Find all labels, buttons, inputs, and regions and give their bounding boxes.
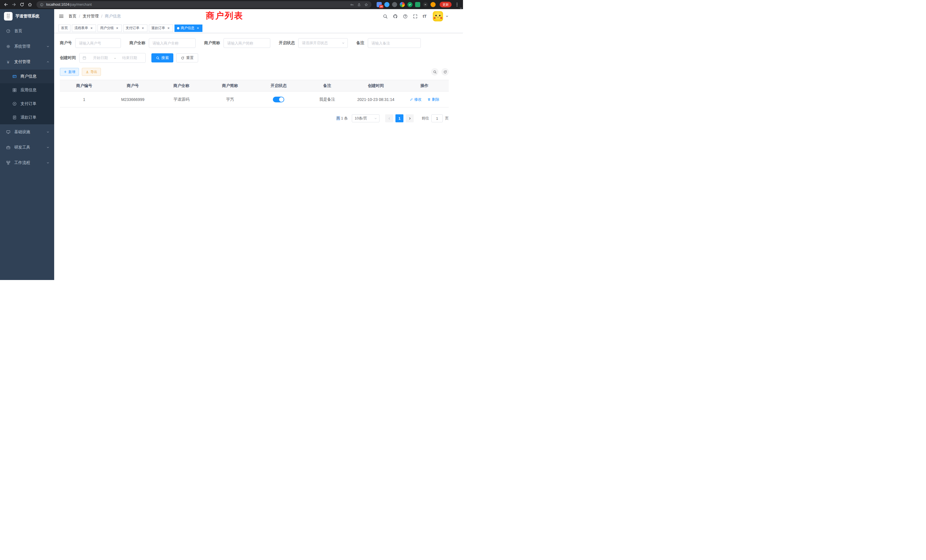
- tab-label: 退款订单: [151, 26, 165, 30]
- sidebar-logo[interactable]: 芋道管理系统: [0, 9, 54, 23]
- forward-icon[interactable]: [10, 1, 18, 8]
- sidebar-item-merchant-info[interactable]: 商户信息: [0, 70, 54, 83]
- hamburger-icon[interactable]: [59, 14, 64, 19]
- remark-input[interactable]: [368, 38, 421, 48]
- help-icon[interactable]: [403, 14, 408, 19]
- sidebar-item-label: 支付管理: [14, 59, 46, 64]
- edit-link-label: 修改: [414, 97, 422, 102]
- calendar-icon: [82, 56, 86, 60]
- breadcrumb-separator: /: [79, 14, 80, 18]
- dashboard-icon: [6, 29, 11, 34]
- extension-icon[interactable]: [415, 2, 420, 7]
- sidebar-item-dev-tools[interactable]: 研发工具: [0, 140, 54, 155]
- extension-icon[interactable]: [384, 2, 389, 7]
- close-icon[interactable]: ×: [115, 26, 119, 30]
- refresh-table-button[interactable]: [441, 68, 449, 76]
- goto-page-input[interactable]: [431, 114, 443, 122]
- sidebar-item-label: 支付订单: [21, 101, 50, 106]
- tab-home[interactable]: 首页: [59, 24, 70, 32]
- chevron-down-icon: [342, 41, 345, 45]
- key-icon[interactable]: [350, 3, 354, 6]
- goto-unit: 页: [445, 116, 449, 121]
- pagination: 共 1 条 10条/页 1 前往: [60, 114, 449, 122]
- search-button[interactable]: 搜索: [151, 53, 173, 62]
- next-page-button[interactable]: [406, 114, 414, 122]
- breadcrumb-payment[interactable]: 支付管理: [83, 14, 98, 19]
- short-name-input[interactable]: [224, 38, 270, 48]
- yen-icon: ¥: [6, 60, 11, 64]
- page-size-select[interactable]: 10条/页: [352, 114, 380, 122]
- header-actions: tT: [383, 11, 449, 21]
- caret-down-icon: [445, 15, 449, 18]
- sidebar-item-home[interactable]: 首页: [0, 23, 54, 39]
- user-menu[interactable]: [433, 11, 449, 21]
- bookmark-star-icon[interactable]: [365, 3, 368, 6]
- toggle-search-button[interactable]: [431, 68, 439, 76]
- address-bar[interactable]: localhost:1024/pay/merchant: [36, 1, 371, 8]
- cell-merchant-no: M233666999: [109, 92, 157, 107]
- breadcrumb-home[interactable]: 首页: [68, 14, 76, 19]
- tab-merchant-info[interactable]: 商户信息×: [174, 24, 203, 32]
- sidebar-item-label: 退款订单: [21, 115, 50, 120]
- pagination-total: 共 1 条: [336, 116, 348, 121]
- close-icon[interactable]: ×: [89, 26, 94, 30]
- merchant-no-input[interactable]: [75, 38, 121, 48]
- delete-link[interactable]: 删除: [427, 97, 439, 102]
- date-range-picker[interactable]: 开始日期 - 结束日期: [79, 53, 146, 63]
- status-toggle[interactable]: [273, 97, 284, 102]
- github-icon[interactable]: [393, 14, 398, 19]
- tab-pay-order[interactable]: 支付订单×: [123, 24, 147, 32]
- add-button[interactable]: 新增: [60, 68, 79, 76]
- date-start-placeholder[interactable]: 开始日期: [88, 55, 113, 61]
- extension-icon[interactable]: [392, 2, 397, 7]
- tab-label: 流程表单: [74, 26, 88, 30]
- column-header-remark: 备注: [303, 80, 352, 92]
- date-end-placeholder[interactable]: 结束日期: [117, 55, 142, 61]
- reset-button[interactable]: 重置: [176, 53, 198, 62]
- chevron-down-icon: [46, 45, 50, 48]
- font-size-icon[interactable]: tT: [423, 14, 427, 18]
- share-icon[interactable]: [357, 3, 361, 6]
- status-select[interactable]: 请选择开启状态: [298, 38, 348, 48]
- cell-short-name: 芋艿: [206, 92, 254, 107]
- home-icon[interactable]: [26, 1, 34, 8]
- sidebar-item-pay-order[interactable]: 支付订单: [0, 97, 54, 110]
- tab-user-group[interactable]: 用户分组×: [97, 24, 122, 32]
- close-icon[interactable]: ×: [141, 26, 145, 30]
- refresh-icon[interactable]: [18, 1, 26, 8]
- chevron-down-icon: [46, 146, 50, 149]
- close-icon[interactable]: ×: [196, 26, 200, 30]
- sidebar-item-system[interactable]: 系统管理: [0, 39, 54, 54]
- sidebar-item-infrastructure[interactable]: 基础设施: [0, 124, 54, 140]
- sidebar-item-workflow[interactable]: 工作流程: [0, 155, 54, 171]
- url-path: /pay/merchant: [69, 3, 92, 6]
- toolbar-caret-icon[interactable]: [459, 6, 462, 11]
- extension-icon[interactable]: [400, 2, 405, 7]
- full-name-input[interactable]: [149, 38, 195, 48]
- update-button[interactable]: 更新: [440, 2, 452, 8]
- prev-page-button[interactable]: [385, 114, 393, 122]
- browser-toolbar: localhost:1024/pay/merchant 10: [0, 0, 463, 9]
- current-page-button[interactable]: 1: [395, 114, 403, 122]
- sidebar-item-app-info[interactable]: 应用信息: [0, 83, 54, 97]
- column-header-full-name: 商户全称: [157, 80, 206, 92]
- fullscreen-icon[interactable]: [413, 14, 418, 19]
- export-button[interactable]: 导出: [82, 68, 101, 76]
- close-icon[interactable]: ×: [166, 26, 171, 30]
- user-avatar: [433, 11, 443, 21]
- tab-refund-order[interactable]: 退款订单×: [149, 24, 173, 32]
- back-icon[interactable]: [2, 1, 10, 8]
- tab-process-form[interactable]: 流程表单×: [72, 24, 96, 32]
- extension-icon[interactable]: [407, 2, 413, 7]
- extension-icon[interactable]: 10: [377, 2, 382, 7]
- extension-icon[interactable]: [423, 2, 428, 7]
- sidebar-item-refund-order[interactable]: 退款订单: [0, 110, 54, 124]
- search-icon[interactable]: [383, 14, 388, 19]
- browser-profile-icon[interactable]: [431, 2, 436, 7]
- app-window: 芋道管理系统 首页 系统管理 ¥ 支付管理: [0, 9, 463, 280]
- sidebar-item-payment[interactable]: ¥ 支付管理: [0, 54, 54, 70]
- workflow-icon: [6, 160, 11, 165]
- site-info-icon[interactable]: [40, 3, 44, 6]
- total-suffix: 条: [344, 116, 348, 120]
- edit-link[interactable]: 修改: [410, 97, 422, 102]
